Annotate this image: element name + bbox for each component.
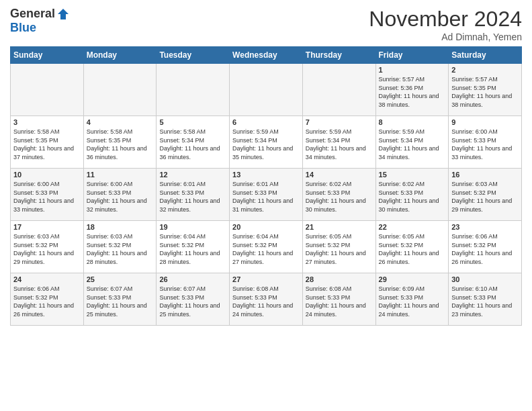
calendar-cell: 4Sunrise: 5:58 AM Sunset: 5:35 PM Daylig… <box>83 116 157 169</box>
day-info: Sunrise: 6:06 AM Sunset: 5:32 PM Dayligh… <box>13 285 81 318</box>
day-info: Sunrise: 6:08 AM Sunset: 5:33 PM Dayligh… <box>306 285 373 318</box>
day-info: Sunrise: 6:02 AM Sunset: 5:33 PM Dayligh… <box>379 180 446 214</box>
calendar-cell: 5Sunrise: 5:58 AM Sunset: 5:34 PM Daylig… <box>157 116 230 169</box>
col-header-wednesday: Wednesday <box>230 47 303 64</box>
day-number: 7 <box>306 118 373 126</box>
col-header-sunday: Sunday <box>11 47 84 64</box>
day-info: Sunrise: 5:58 AM Sunset: 5:34 PM Dayligh… <box>159 128 226 161</box>
calendar-cell: 20Sunrise: 6:04 AM Sunset: 5:32 PM Dayli… <box>230 221 303 273</box>
day-info: Sunrise: 6:03 AM Sunset: 5:32 PM Dayligh… <box>13 232 81 266</box>
calendar-header-row: SundayMondayTuesdayWednesdayThursdayFrid… <box>11 47 522 64</box>
calendar-cell: 14Sunrise: 6:02 AM Sunset: 5:33 PM Dayli… <box>302 169 375 221</box>
day-number: 3 <box>13 118 81 126</box>
calendar-cell: 18Sunrise: 6:03 AM Sunset: 5:32 PM Dayli… <box>83 221 157 273</box>
day-number: 2 <box>451 66 519 74</box>
calendar-week-3: 10Sunrise: 6:00 AM Sunset: 5:33 PM Dayli… <box>11 169 522 221</box>
col-header-friday: Friday <box>375 47 449 64</box>
day-info: Sunrise: 6:00 AM Sunset: 5:33 PM Dayligh… <box>451 128 519 161</box>
day-info: Sunrise: 6:04 AM Sunset: 5:32 PM Dayligh… <box>159 232 226 266</box>
day-info: Sunrise: 5:58 AM Sunset: 5:35 PM Dayligh… <box>87 128 154 161</box>
location: Ad Dimnah, Yemen <box>369 32 522 42</box>
calendar-cell: 9Sunrise: 6:00 AM Sunset: 5:33 PM Daylig… <box>449 116 522 169</box>
calendar-cell: 26Sunrise: 6:07 AM Sunset: 5:33 PM Dayli… <box>157 273 230 326</box>
day-info: Sunrise: 6:05 AM Sunset: 5:32 PM Dayligh… <box>306 232 373 266</box>
page-container: General Blue November 2024 Ad Dimnah, Ye… <box>0 0 532 329</box>
calendar-cell: 12Sunrise: 6:01 AM Sunset: 5:33 PM Dayli… <box>157 169 230 221</box>
day-number: 23 <box>451 223 519 231</box>
day-info: Sunrise: 6:07 AM Sunset: 5:33 PM Dayligh… <box>159 285 226 318</box>
day-info: Sunrise: 5:58 AM Sunset: 5:35 PM Dayligh… <box>13 128 81 161</box>
day-info: Sunrise: 6:00 AM Sunset: 5:33 PM Dayligh… <box>87 180 154 214</box>
title-block: November 2024 Ad Dimnah, Yemen <box>369 7 522 42</box>
calendar-cell <box>11 64 84 116</box>
calendar-table: SundayMondayTuesdayWednesdayThursdayFrid… <box>10 46 522 326</box>
logo-blue-text: Blue <box>10 21 36 34</box>
calendar-cell: 13Sunrise: 6:01 AM Sunset: 5:33 PM Dayli… <box>230 169 303 221</box>
day-info: Sunrise: 6:01 AM Sunset: 5:33 PM Dayligh… <box>159 180 226 214</box>
calendar-cell: 16Sunrise: 6:03 AM Sunset: 5:32 PM Dayli… <box>449 169 522 221</box>
day-number: 16 <box>451 171 519 179</box>
header: General Blue November 2024 Ad Dimnah, Ye… <box>10 7 522 42</box>
col-header-thursday: Thursday <box>302 47 375 64</box>
day-number: 14 <box>306 171 373 179</box>
day-number: 18 <box>87 223 154 231</box>
day-info: Sunrise: 6:02 AM Sunset: 5:33 PM Dayligh… <box>306 180 373 214</box>
day-number: 20 <box>232 223 300 231</box>
day-number: 22 <box>379 223 446 231</box>
calendar-cell: 6Sunrise: 5:59 AM Sunset: 5:34 PM Daylig… <box>230 116 303 169</box>
calendar-cell: 2Sunrise: 5:57 AM Sunset: 5:35 PM Daylig… <box>449 64 522 116</box>
day-number: 10 <box>13 171 81 179</box>
calendar-cell: 19Sunrise: 6:04 AM Sunset: 5:32 PM Dayli… <box>157 221 230 273</box>
calendar-week-2: 3Sunrise: 5:58 AM Sunset: 5:35 PM Daylig… <box>11 116 522 169</box>
calendar-cell: 27Sunrise: 6:08 AM Sunset: 5:33 PM Dayli… <box>230 273 303 326</box>
day-number: 9 <box>451 118 519 126</box>
day-number: 24 <box>13 275 81 283</box>
day-info: Sunrise: 6:03 AM Sunset: 5:32 PM Dayligh… <box>87 232 154 266</box>
day-info: Sunrise: 5:59 AM Sunset: 5:34 PM Dayligh… <box>232 128 300 161</box>
logo-general-text: General <box>10 7 55 21</box>
col-header-monday: Monday <box>83 47 157 64</box>
calendar-cell: 30Sunrise: 6:10 AM Sunset: 5:33 PM Dayli… <box>449 273 522 326</box>
col-header-saturday: Saturday <box>449 47 522 64</box>
day-number: 6 <box>232 118 300 126</box>
day-info: Sunrise: 6:05 AM Sunset: 5:32 PM Dayligh… <box>379 232 446 266</box>
calendar-cell: 23Sunrise: 6:06 AM Sunset: 5:32 PM Dayli… <box>449 221 522 273</box>
calendar-cell: 1Sunrise: 5:57 AM Sunset: 5:36 PM Daylig… <box>375 64 449 116</box>
calendar-cell: 3Sunrise: 5:58 AM Sunset: 5:35 PM Daylig… <box>11 116 84 169</box>
calendar-cell: 10Sunrise: 6:00 AM Sunset: 5:33 PM Dayli… <box>11 169 84 221</box>
day-number: 11 <box>87 171 154 179</box>
calendar-cell: 28Sunrise: 6:08 AM Sunset: 5:33 PM Dayli… <box>302 273 375 326</box>
calendar-cell: 15Sunrise: 6:02 AM Sunset: 5:33 PM Dayli… <box>375 169 449 221</box>
day-info: Sunrise: 6:00 AM Sunset: 5:33 PM Dayligh… <box>13 180 81 214</box>
logo-icon <box>56 7 70 21</box>
calendar-cell: 7Sunrise: 5:59 AM Sunset: 5:34 PM Daylig… <box>302 116 375 169</box>
calendar-cell: 25Sunrise: 6:07 AM Sunset: 5:33 PM Dayli… <box>83 273 157 326</box>
calendar-cell <box>157 64 230 116</box>
calendar-cell: 11Sunrise: 6:00 AM Sunset: 5:33 PM Dayli… <box>83 169 157 221</box>
col-header-tuesday: Tuesday <box>157 47 230 64</box>
calendar-cell: 21Sunrise: 6:05 AM Sunset: 5:32 PM Dayli… <box>302 221 375 273</box>
day-info: Sunrise: 5:59 AM Sunset: 5:34 PM Dayligh… <box>306 128 373 161</box>
day-number: 17 <box>13 223 81 231</box>
day-number: 26 <box>159 275 226 283</box>
day-info: Sunrise: 6:04 AM Sunset: 5:32 PM Dayligh… <box>232 232 300 266</box>
day-info: Sunrise: 6:01 AM Sunset: 5:33 PM Dayligh… <box>232 180 300 214</box>
day-number: 1 <box>379 66 446 74</box>
calendar-cell <box>230 64 303 116</box>
day-number: 4 <box>87 118 154 126</box>
day-number: 28 <box>306 275 373 283</box>
calendar-cell: 29Sunrise: 6:09 AM Sunset: 5:33 PM Dayli… <box>375 273 449 326</box>
day-info: Sunrise: 5:59 AM Sunset: 5:34 PM Dayligh… <box>379 128 446 161</box>
logo: General Blue <box>10 7 70 35</box>
svg-marker-0 <box>58 9 69 19</box>
day-info: Sunrise: 6:08 AM Sunset: 5:33 PM Dayligh… <box>232 285 300 318</box>
calendar-week-4: 17Sunrise: 6:03 AM Sunset: 5:32 PM Dayli… <box>11 221 522 273</box>
day-number: 19 <box>159 223 226 231</box>
day-info: Sunrise: 6:10 AM Sunset: 5:33 PM Dayligh… <box>451 285 519 318</box>
day-number: 25 <box>87 275 154 283</box>
day-number: 29 <box>379 275 446 283</box>
day-number: 21 <box>306 223 373 231</box>
day-info: Sunrise: 6:09 AM Sunset: 5:33 PM Dayligh… <box>379 285 446 318</box>
calendar-cell: 8Sunrise: 5:59 AM Sunset: 5:34 PM Daylig… <box>375 116 449 169</box>
day-info: Sunrise: 5:57 AM Sunset: 5:35 PM Dayligh… <box>451 75 519 109</box>
